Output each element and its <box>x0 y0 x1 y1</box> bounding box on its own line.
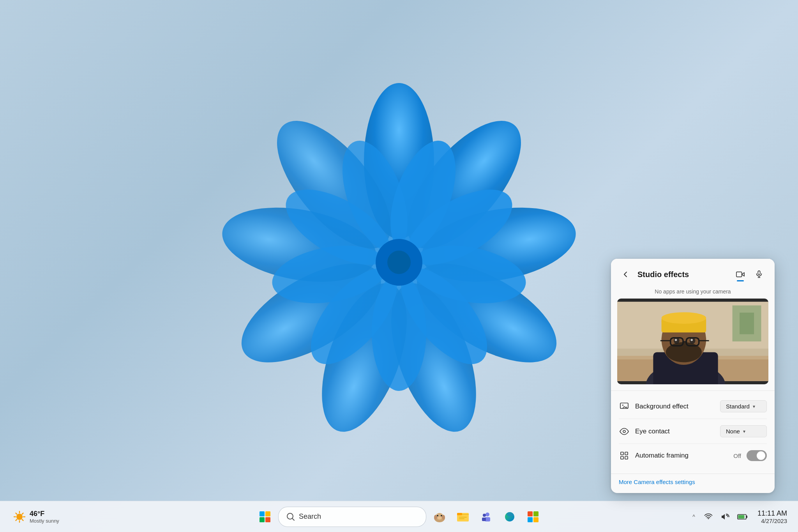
svg-point-76 <box>434 515 437 520</box>
svg-point-46 <box>690 339 693 341</box>
svg-point-19 <box>387 251 411 274</box>
background-effect-control[interactable]: Standard ▾ <box>720 400 767 412</box>
automatic-framing-control[interactable]: Off <box>733 450 767 461</box>
svg-rect-65 <box>260 517 265 522</box>
svg-point-49 <box>623 430 625 433</box>
studio-effects-panel: Studio effects <box>611 259 775 493</box>
svg-rect-81 <box>459 518 464 519</box>
back-button[interactable] <box>619 267 633 281</box>
svg-rect-88 <box>528 517 533 522</box>
background-effect-dropdown[interactable]: Standard ▾ <box>720 400 767 412</box>
svg-rect-86 <box>528 511 533 516</box>
clock-time: 11:11 AM <box>757 509 787 518</box>
background-effect-icon <box>619 401 630 412</box>
taskbar-right: ^ <box>691 508 790 526</box>
panel-settings: Background effect Standard ▾ Eye contact <box>611 391 775 474</box>
windows-flower-logo <box>185 36 613 465</box>
taskbar-left: 46°F Mostly sunny <box>8 507 64 526</box>
svg-line-62 <box>16 519 17 520</box>
background-effect-row: Background effect Standard ▾ <box>619 394 767 419</box>
svg-rect-21 <box>758 271 760 275</box>
eye-contact-row: Eye contact None ▾ <box>619 419 767 444</box>
eye-contact-value: None <box>726 428 740 435</box>
camera-preview <box>617 299 768 384</box>
svg-rect-64 <box>265 511 270 516</box>
automatic-framing-icon <box>619 450 630 461</box>
svg-rect-66 <box>265 517 270 522</box>
search-icon <box>286 513 295 521</box>
svg-point-84 <box>483 514 486 517</box>
camera-preview-image <box>617 299 768 384</box>
eye-contact-dropdown[interactable]: None ▾ <box>720 425 767 437</box>
taskbar-app-file-explorer[interactable] <box>453 507 473 527</box>
svg-line-68 <box>293 518 295 520</box>
tray-icons <box>701 510 750 524</box>
windows-logo-icon <box>259 511 271 523</box>
svg-line-59 <box>16 513 17 514</box>
microsoft-store-icon <box>526 510 540 524</box>
taskbar-app-edge[interactable] <box>500 507 520 527</box>
clock-date: 4/27/2023 <box>761 518 787 524</box>
file-explorer-icon <box>456 510 470 524</box>
svg-rect-85 <box>482 518 486 521</box>
volume-icon[interactable] <box>719 510 733 524</box>
svg-line-60 <box>22 519 23 520</box>
taskbar-center: Search <box>255 507 543 527</box>
automatic-framing-label: Automatic framing <box>635 452 733 460</box>
panel-icons <box>733 267 767 282</box>
svg-rect-92 <box>746 516 747 518</box>
weather-temp: 46°F <box>30 510 59 518</box>
edge-icon <box>503 510 517 524</box>
taskbar-app-microsoft-store[interactable] <box>523 507 543 527</box>
svg-rect-79 <box>457 513 462 515</box>
toggle-knob <box>757 451 765 460</box>
speaker-icon <box>721 513 730 521</box>
clock[interactable]: 11:11 AM 4/27/2023 <box>754 508 790 526</box>
start-button[interactable] <box>255 507 275 527</box>
battery-icon[interactable] <box>736 510 750 524</box>
svg-rect-63 <box>260 511 265 516</box>
wifi-icon <box>704 513 713 521</box>
taskbar-app-hamster[interactable] <box>429 507 450 527</box>
background-effect-chevron: ▾ <box>753 404 755 409</box>
automatic-framing-toggle[interactable] <box>747 450 767 461</box>
more-camera-effects-settings-link[interactable]: More Camera effects settings <box>611 474 775 493</box>
eye-contact-control[interactable]: None ▾ <box>720 425 767 437</box>
panel-title: Studio effects <box>637 270 728 279</box>
svg-point-54 <box>16 514 23 520</box>
svg-rect-89 <box>533 517 538 522</box>
svg-rect-91 <box>738 515 744 518</box>
weather-icon <box>12 510 26 524</box>
svg-rect-52 <box>621 456 623 459</box>
automatic-framing-value: Off <box>733 452 741 459</box>
background-effect-value: Standard <box>726 403 750 410</box>
microphone-icon-button[interactable] <box>751 267 767 282</box>
search-bar[interactable]: Search <box>278 507 426 527</box>
svg-rect-53 <box>625 456 628 459</box>
teams-icon <box>479 510 493 524</box>
svg-point-82 <box>486 513 489 516</box>
network-icon[interactable] <box>701 510 715 524</box>
svg-rect-80 <box>459 517 467 518</box>
eye-contact-chevron: ▾ <box>743 429 745 434</box>
svg-point-77 <box>442 515 445 520</box>
svg-line-61 <box>22 513 23 514</box>
automatic-framing-row: Automatic framing Off <box>619 444 767 467</box>
camera-icon-button[interactable] <box>733 267 748 282</box>
panel-header: Studio effects <box>611 259 775 287</box>
svg-point-37 <box>662 312 706 324</box>
svg-point-45 <box>675 339 677 341</box>
svg-point-75 <box>438 516 441 519</box>
weather-widget[interactable]: 46°F Mostly sunny <box>8 507 64 526</box>
svg-rect-51 <box>625 452 628 455</box>
svg-rect-27 <box>740 313 754 334</box>
weather-text: 46°F Mostly sunny <box>30 510 59 524</box>
desktop: Studio effects <box>0 0 798 532</box>
taskbar-app-teams[interactable] <box>476 507 496 527</box>
tray-expand-button[interactable]: ^ <box>691 512 697 521</box>
svg-point-48 <box>622 405 623 406</box>
eye-contact-label: Eye contact <box>635 428 720 435</box>
svg-rect-87 <box>533 511 538 516</box>
svg-rect-20 <box>736 272 742 277</box>
svg-rect-50 <box>621 452 623 455</box>
